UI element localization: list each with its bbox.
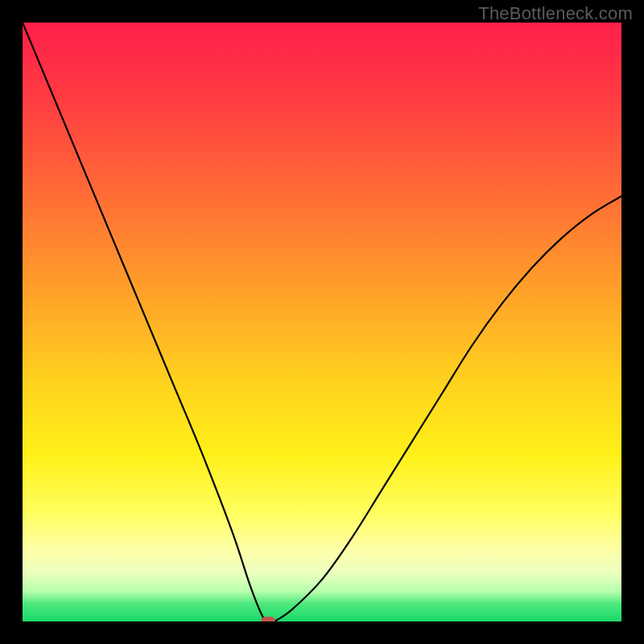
minimum-marker [261, 617, 275, 621]
chart-frame: TheBottleneck.com [0, 0, 644, 644]
curve-path [23, 23, 621, 621]
watermark-text: TheBottleneck.com [478, 3, 633, 24]
bottleneck-curve [23, 23, 621, 621]
plot-area [23, 23, 621, 621]
